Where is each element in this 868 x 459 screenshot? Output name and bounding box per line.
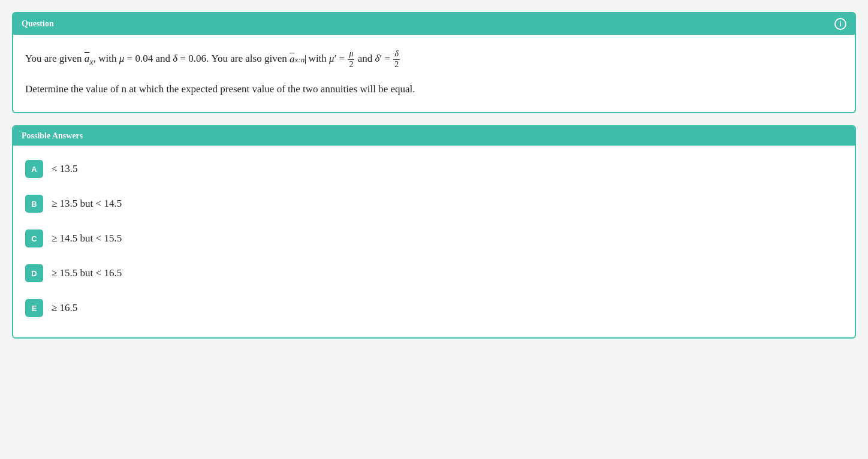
answer-row-e: E ≥ 16.5 bbox=[25, 291, 843, 325]
answers-header: Possible Answers bbox=[13, 126, 855, 146]
answer-label-e[interactable]: E bbox=[25, 299, 43, 317]
answers-body: A < 13.5 B ≥ 13.5 but < 14.5 C ≥ 14.5 bu… bbox=[13, 146, 855, 337]
answer-text-c: ≥ 14.5 but < 15.5 bbox=[52, 232, 122, 244]
answer-label-a[interactable]: A bbox=[25, 160, 43, 178]
question-line1: You are given ax, with μ = 0.04 and δ = … bbox=[25, 49, 843, 70]
question-title: Question bbox=[22, 19, 54, 29]
question-header: Question i bbox=[13, 13, 855, 35]
answers-card: Possible Answers A < 13.5 B ≥ 13.5 but <… bbox=[12, 125, 856, 339]
answer-label-b[interactable]: B bbox=[25, 195, 43, 213]
answer-text-d: ≥ 15.5 but < 16.5 bbox=[52, 267, 122, 279]
answer-row-c: C ≥ 14.5 but < 15.5 bbox=[25, 221, 843, 256]
answer-text-b: ≥ 13.5 but < 14.5 bbox=[52, 198, 122, 210]
answers-title: Possible Answers bbox=[22, 131, 83, 140]
answer-row-b: B ≥ 13.5 but < 14.5 bbox=[25, 186, 843, 221]
question-body: You are given ax, with μ = 0.04 and δ = … bbox=[13, 35, 855, 112]
question-card: Question i You are given ax, with μ = 0.… bbox=[12, 12, 856, 113]
info-icon[interactable]: i bbox=[834, 18, 846, 30]
question-line2: Determine the value of n at which the ex… bbox=[25, 81, 843, 98]
answer-text-a: < 13.5 bbox=[52, 163, 78, 175]
answer-text-e: ≥ 16.5 bbox=[52, 302, 77, 314]
answer-row-d: D ≥ 15.5 but < 16.5 bbox=[25, 256, 843, 291]
answer-label-c[interactable]: C bbox=[25, 230, 43, 247]
answer-row-a: A < 13.5 bbox=[25, 152, 843, 186]
answer-label-d[interactable]: D bbox=[25, 264, 43, 282]
